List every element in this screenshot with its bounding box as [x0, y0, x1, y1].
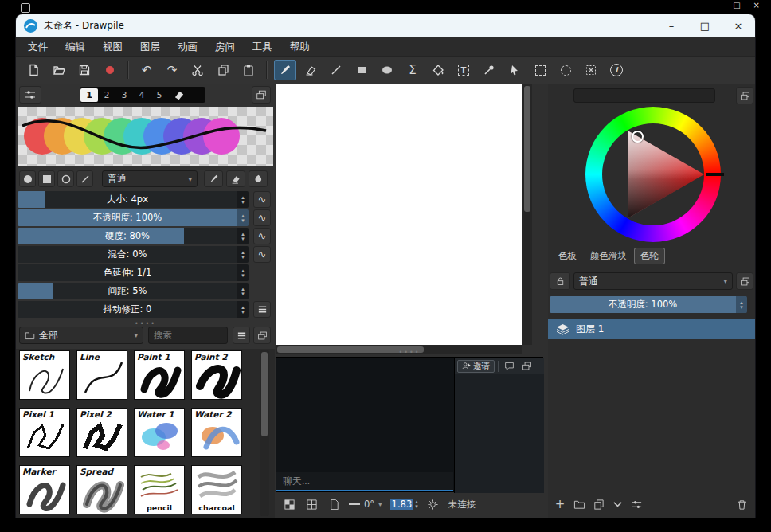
brush-opacity-slider[interactable]: 不透明度: 100%: [18, 209, 249, 226]
new-file-button[interactable]: [22, 60, 45, 80]
canvas[interactable]: [276, 84, 522, 345]
menu-edit[interactable]: 编辑: [57, 37, 94, 57]
size-curve-button[interactable]: ∿: [253, 191, 271, 208]
brush-slot-2[interactable]: 2: [98, 88, 115, 102]
brush-preset-tile[interactable]: Paint 2: [191, 350, 242, 400]
stabilizer-slider[interactable]: 抖动修正: 0: [18, 301, 249, 318]
os-maximize-icon[interactable]: □: [733, 1, 740, 10]
record-button[interactable]: [99, 60, 121, 80]
menu-tools[interactable]: 工具: [244, 37, 281, 57]
menu-session[interactable]: 房间: [206, 37, 244, 57]
layer-item[interactable]: 图层 1: [548, 319, 755, 339]
color-pickup-slider[interactable]: 色延伸: 1/1: [18, 264, 249, 281]
color-picker-tool-button[interactable]: [478, 60, 500, 80]
brush-slot-1[interactable]: 1: [80, 88, 98, 102]
brush-size-slider[interactable]: 大小: 4px: [18, 191, 249, 208]
bezier-tool-button[interactable]: Σ: [401, 60, 424, 80]
brush-preset-tile[interactable]: Marker: [19, 465, 70, 514]
blend-mode-select[interactable]: 普通: [102, 170, 198, 187]
brush-tip-line-button[interactable]: [76, 170, 93, 187]
brush-settings-button[interactable]: [19, 86, 41, 104]
brush-preset-tile[interactable]: Pixel 2: [76, 408, 127, 457]
eraser-mode-button[interactable]: [226, 170, 245, 187]
pen-mode-button[interactable]: [204, 170, 223, 187]
preset-search-input[interactable]: [148, 327, 228, 344]
rectangle-tool-button[interactable]: [350, 60, 373, 80]
brush-preset-tile[interactable]: Sketch: [19, 350, 70, 400]
smudge-mode-button[interactable]: [249, 170, 268, 187]
copy-button[interactable]: [212, 60, 234, 80]
hardness-curve-button[interactable]: ∿: [253, 228, 271, 244]
brush-preset-tile[interactable]: pencil: [134, 465, 185, 514]
spinner[interactable]: [237, 283, 249, 299]
brush-tool-button[interactable]: [274, 60, 296, 80]
preset-filter-select[interactable]: 全部: [19, 327, 143, 344]
maximize-button[interactable]: □: [688, 14, 722, 37]
brush-preset-tile[interactable]: Spread: [76, 465, 127, 514]
transform-tool-button[interactable]: [580, 60, 602, 80]
brush-dock-float-button[interactable]: [252, 86, 271, 104]
fill-tool-button[interactable]: [427, 60, 449, 80]
spinner[interactable]: [237, 191, 249, 208]
annotation-tool-button[interactable]: T: [452, 60, 475, 80]
brush-slot-4[interactable]: 4: [133, 88, 151, 102]
menu-file[interactable]: 文件: [19, 37, 57, 57]
spinner[interactable]: [736, 296, 747, 313]
select-rectangle-tool-button[interactable]: [529, 60, 551, 80]
layer-dock-float-button[interactable]: [736, 272, 753, 290]
preset-menu-button[interactable]: [233, 327, 250, 344]
color-name-input[interactable]: [573, 88, 715, 103]
stabilizer-menu-button[interactable]: [253, 301, 271, 318]
menu-help[interactable]: 帮助: [281, 37, 319, 57]
chat-input[interactable]: [276, 475, 453, 487]
os-close-icon[interactable]: ×: [753, 1, 760, 10]
brush-tip-round-button[interactable]: [57, 170, 74, 187]
view-settings-button[interactable]: [426, 497, 440, 511]
layer-opacity-slider[interactable]: 不透明度: 100%: [550, 296, 747, 313]
brush-preset-tile[interactable]: charcoal: [191, 465, 242, 514]
spinner[interactable]: [237, 228, 249, 244]
layer-lock-button[interactable]: [550, 272, 570, 290]
preset-scrollbar[interactable]: [260, 350, 269, 516]
brush-hardness-slider[interactable]: 硬度: 80%: [18, 228, 249, 244]
preset-scrollbar-thumb[interactable]: [261, 352, 268, 436]
color-marker[interactable]: [632, 131, 644, 143]
os-minimize-icon[interactable]: –: [716, 1, 720, 10]
save-button[interactable]: [73, 60, 96, 80]
undo-button[interactable]: ↶: [135, 60, 158, 80]
pixel-grid-button[interactable]: [304, 497, 319, 511]
delete-layer-button[interactable]: [734, 497, 749, 511]
menu-animation[interactable]: 动画: [169, 37, 206, 57]
brush-preset-tile[interactable]: Paint 1: [134, 350, 185, 400]
spinner[interactable]: [237, 246, 249, 263]
minimize-button[interactable]: –: [655, 14, 688, 37]
canvas-vscroll-thumb[interactable]: [524, 86, 530, 212]
laser-pointer-tool-button[interactable]: [503, 60, 526, 80]
brush-smudge-slider[interactable]: 混合: 0%: [18, 246, 249, 263]
brush-tip-soft-button[interactable]: [19, 170, 36, 187]
spinner[interactable]: [237, 264, 249, 281]
brush-spacing-slider[interactable]: 间距: 5%: [18, 283, 249, 299]
layer-properties-button[interactable]: [629, 497, 644, 511]
brush-slot-5[interactable]: 5: [151, 88, 168, 102]
line-tool-button[interactable]: [325, 60, 347, 80]
preset-dock-float-button[interactable]: [253, 327, 271, 344]
rotation-control[interactable]: 0° ▾: [349, 499, 382, 510]
eraser-slot-tab[interactable]: [168, 88, 190, 102]
redo-button[interactable]: ↷: [161, 60, 183, 80]
spinner[interactable]: [237, 301, 249, 318]
eraser-tool-button[interactable]: [299, 60, 322, 80]
menu-view[interactable]: 视图: [94, 37, 131, 57]
brush-preset-tile[interactable]: Water 2: [191, 408, 242, 457]
brush-tip-square-button[interactable]: [38, 170, 55, 187]
chat-detach-button[interactable]: [519, 360, 534, 373]
spinner[interactable]: [237, 209, 249, 226]
brush-preset-tile[interactable]: Line: [76, 350, 127, 400]
tab-color-wheel[interactable]: 色轮: [635, 248, 664, 264]
add-group-button[interactable]: [572, 497, 586, 511]
color-dock-float-button[interactable]: [736, 87, 753, 104]
zoom-spinner[interactable]: [415, 499, 418, 509]
opacity-curve-button[interactable]: ∿: [253, 209, 271, 226]
brush-preset-tile[interactable]: Water 1: [134, 408, 185, 457]
canvas-background-button[interactable]: [282, 497, 296, 511]
